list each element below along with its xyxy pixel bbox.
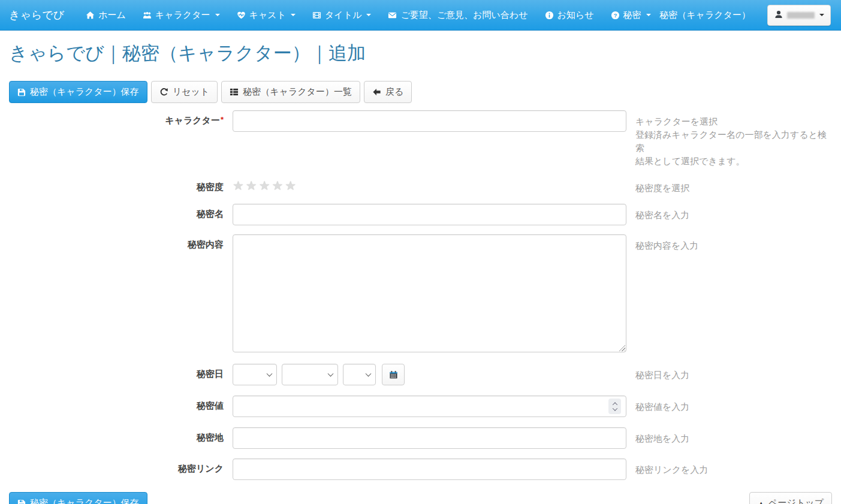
- spinner-down-icon: [612, 406, 617, 411]
- navbar: きゃらでび ホーム キャラクター キャスト タイトル ご要望、ご意見、お問い合わ…: [0, 0, 841, 31]
- chevron-down-icon: [366, 14, 371, 16]
- svg-text:?: ?: [613, 12, 617, 18]
- secret-character-form: キャラクター* キャラクターを選択 登録済みキャラクター名の一部を入力すると検索…: [9, 110, 832, 480]
- list-button[interactable]: 秘密（キャラクター）一覧: [221, 81, 360, 103]
- triangle-up-icon: ▲: [758, 500, 764, 504]
- chevron-down-icon: [646, 14, 651, 16]
- form-row-secrecy: 秘密度 ★ ★ ★ ★ ★ 秘密度を選択: [9, 177, 832, 195]
- secret-value-label: 秘密値: [9, 396, 224, 412]
- secret-date-day-select[interactable]: [343, 364, 376, 385]
- form-row-secret-link: 秘密リンク 秘密リンクを入力: [9, 458, 832, 480]
- star-icon[interactable]: ★: [246, 179, 257, 195]
- user-name-obscured: [787, 12, 815, 19]
- reset-button[interactable]: リセット: [151, 81, 218, 103]
- th-list-icon: [230, 87, 239, 96]
- nav-item-contact[interactable]: ご要望、ご意見、お問い合わせ: [379, 0, 536, 30]
- secret-name-label: 秘密名: [9, 204, 224, 220]
- secret-date-month-select[interactable]: [282, 364, 338, 385]
- secret-link-input[interactable]: [233, 458, 626, 480]
- secret-place-input[interactable]: [233, 427, 626, 449]
- secrecy-label: 秘密度: [9, 177, 224, 193]
- nav-item-secret[interactable]: ? 秘密: [602, 0, 659, 30]
- page-title: きゃらでび｜秘密（キャラクター）｜追加: [9, 41, 832, 65]
- secret-content-textarea[interactable]: [233, 234, 626, 352]
- secret-link-label: 秘密リンク: [9, 458, 224, 475]
- secret-place-label: 秘密地: [9, 427, 224, 443]
- user-menu-button[interactable]: [767, 5, 831, 26]
- form-row-secret-date: 秘密日 秘密日を入力: [9, 364, 832, 385]
- main-nav: ホーム キャラクター キャスト タイトル ご要望、ご意見、お問い合わせ お知らせ…: [77, 0, 659, 30]
- calendar-icon: [389, 370, 398, 379]
- form-row-secret-place: 秘密地 秘密地を入力: [9, 427, 832, 449]
- heartbeat-icon: [237, 11, 246, 20]
- number-spinner[interactable]: [608, 399, 621, 414]
- navbar-right: 秘密（キャラクター）: [659, 5, 831, 26]
- secret-value-input[interactable]: [233, 396, 626, 417]
- nav-item-home[interactable]: ホーム: [77, 0, 134, 30]
- nav-item-casts[interactable]: キャスト: [228, 0, 304, 30]
- chevron-down-icon: [819, 14, 824, 16]
- brand-link[interactable]: きゃらでび: [9, 8, 64, 22]
- character-label: キャラクター*: [9, 110, 224, 126]
- star-icon[interactable]: ★: [259, 179, 270, 195]
- context-label: 秘密（キャラクター）: [659, 10, 750, 21]
- secret-content-help: 秘密内容を入力: [635, 234, 832, 252]
- chevron-down-icon: [215, 14, 220, 16]
- star-icon[interactable]: ★: [285, 179, 296, 195]
- secret-name-help: 秘密名を入力: [635, 204, 832, 222]
- footer-actions: 秘密（キャラクター）保存 ▲ ページトップ: [9, 492, 832, 504]
- secret-date-year-select[interactable]: [233, 364, 277, 385]
- secret-value-help: 秘密値を入力: [635, 396, 832, 414]
- secrecy-rating: ★ ★ ★ ★ ★: [233, 177, 626, 195]
- secret-date-label: 秘密日: [9, 364, 224, 380]
- character-help: キャラクターを選択 登録済みキャラクター名の一部を入力すると検索 結果として選択…: [635, 110, 832, 168]
- secret-date-help: 秘密日を入力: [635, 364, 832, 382]
- secret-content-label: 秘密内容: [9, 234, 224, 251]
- star-icon[interactable]: ★: [233, 179, 244, 195]
- page-content: きゃらでび｜秘密（キャラクター）｜追加 秘密（キャラクター）保存 リセット 秘密…: [0, 41, 841, 504]
- toolbar: 秘密（キャラクター）保存 リセット 秘密（キャラクター）一覧 戻る: [9, 81, 832, 103]
- character-input[interactable]: [233, 110, 626, 132]
- save-button-bottom[interactable]: 秘密（キャラクター）保存: [9, 492, 147, 504]
- info-circle-icon: [545, 11, 554, 20]
- nav-item-characters[interactable]: キャラクター: [134, 0, 228, 30]
- nav-item-titles[interactable]: タイトル: [304, 0, 379, 30]
- reset-icon: [159, 87, 168, 96]
- page-top-button[interactable]: ▲ ページトップ: [749, 492, 832, 504]
- user-icon: [774, 10, 783, 21]
- form-row-character: キャラクター* キャラクターを選択 登録済みキャラクター名の一部を入力すると検索…: [9, 110, 832, 168]
- secret-link-help: 秘密リンクを入力: [635, 458, 832, 476]
- chevron-down-icon: [291, 14, 296, 16]
- secrecy-help: 秘密度を選択: [635, 177, 832, 195]
- back-button[interactable]: 戻る: [364, 81, 412, 103]
- save-button-top[interactable]: 秘密（キャラクター）保存: [9, 81, 147, 103]
- secret-name-input[interactable]: [233, 204, 626, 225]
- question-circle-icon: ?: [611, 11, 620, 20]
- floppy-disk-icon: [17, 88, 26, 96]
- calendar-button[interactable]: [382, 364, 405, 385]
- nav-item-news[interactable]: お知らせ: [536, 0, 602, 30]
- envelope-icon: [388, 11, 397, 20]
- star-icon[interactable]: ★: [272, 179, 283, 195]
- required-mark: *: [221, 115, 224, 124]
- secret-place-help: 秘密地を入力: [635, 427, 832, 445]
- home-icon: [86, 11, 95, 20]
- users-icon: [143, 11, 152, 20]
- floppy-disk-icon: [17, 499, 26, 504]
- form-row-secret-value: 秘密値 秘密値を入力: [9, 396, 832, 417]
- arrow-left-icon: [372, 87, 381, 96]
- form-row-secret-name: 秘密名 秘密名を入力: [9, 204, 832, 225]
- form-row-secret-content: 秘密内容 秘密内容を入力: [9, 234, 832, 352]
- film-icon: [312, 11, 321, 20]
